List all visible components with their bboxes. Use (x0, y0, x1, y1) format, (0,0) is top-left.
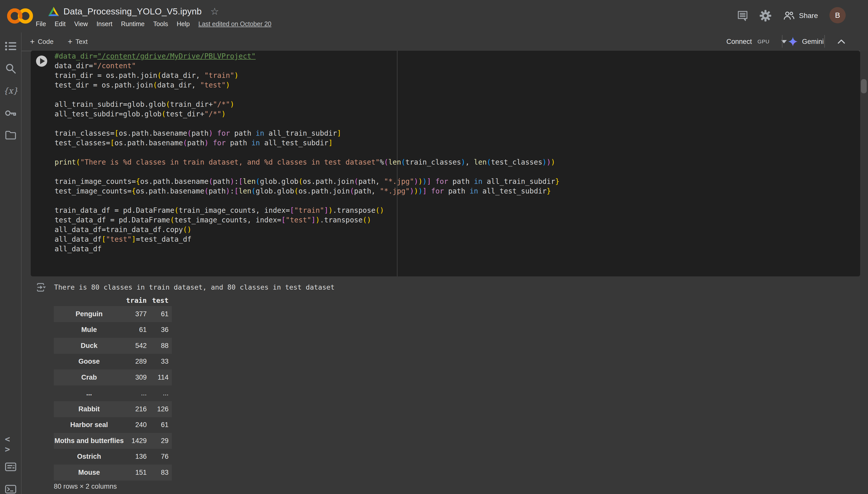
code-line[interactable] (55, 119, 559, 129)
row-index-label: Rabbit (54, 405, 124, 413)
test-value: 36 (147, 326, 168, 334)
code-line[interactable]: data_dir="/content" (55, 61, 559, 71)
plus-icon: + (68, 38, 73, 46)
gemini-sparkle-icon (788, 37, 798, 47)
table-row: Penguin37761 (54, 306, 172, 322)
table-row: ......... (54, 385, 172, 401)
row-index-label: ... (54, 389, 124, 397)
test-value: 126 (147, 405, 168, 413)
menu-edit[interactable]: Edit (55, 20, 66, 27)
left-sidebar: {x} < > (0, 33, 22, 494)
code-line[interactable]: all_data_df=train_data_df.copy() (55, 225, 559, 234)
connect-button[interactable]: Connect GPU (726, 33, 787, 51)
dataframe-footer: 80 rows × 2 columns (54, 482, 117, 491)
add-text-label: Text (76, 38, 88, 46)
code-line[interactable]: #data_dir="/content/gdrive/MyDrive/PBLVP… (55, 52, 559, 61)
app-header: Data_Processing_YOLO_V5.ipynb ☆ FileEdit… (0, 0, 868, 33)
train-value: 216 (124, 405, 147, 413)
code-line[interactable]: test_image_counts={os.path.basename(path… (55, 186, 559, 196)
toolbar-divider (824, 35, 825, 48)
menu-tools[interactable]: Tools (153, 20, 168, 27)
code-line[interactable]: train_data_df = pd.DataFrame(train_image… (55, 206, 559, 215)
menu-runtime[interactable]: Runtime (121, 20, 145, 27)
last-edited-link[interactable]: Last edited on October 20 (199, 20, 272, 27)
share-button[interactable]: Share (783, 8, 818, 23)
code-line[interactable] (55, 148, 559, 157)
column-header-train: train (124, 297, 147, 304)
colab-logo[interactable] (7, 5, 34, 26)
code-line[interactable]: print("There is %d classes in train data… (55, 157, 559, 167)
collapse-toolbar-button[interactable] (832, 33, 850, 51)
code-line[interactable]: train_dir = os.path.join(data_dir, "trai… (55, 71, 559, 80)
code-line[interactable]: all_train_subdir=glob.glob(train_dir+"/*… (55, 100, 559, 109)
run-cell-button[interactable] (36, 56, 47, 67)
code-line[interactable]: train_classes=[os.path.basename(path) fo… (55, 129, 559, 138)
train-value: 136 (124, 453, 147, 460)
code-line[interactable] (55, 196, 559, 206)
code-line[interactable]: train_image_counts={os.path.basename(pat… (55, 177, 559, 186)
test-value: 61 (147, 310, 168, 318)
add-text-button[interactable]: + Text (68, 38, 88, 46)
avatar[interactable]: B (829, 7, 846, 23)
menu-file[interactable]: File (36, 20, 46, 27)
train-value: 61 (124, 326, 147, 334)
code-line[interactable]: test_data_df = pd.DataFrame(test_image_c… (55, 215, 559, 225)
menu-view[interactable]: View (74, 20, 88, 27)
menu-help[interactable]: Help (177, 20, 190, 27)
test-value: ... (147, 389, 168, 397)
test-value: 76 (147, 453, 168, 460)
notebook-title-row: Data_Processing_YOLO_V5.ipynb ☆ (48, 4, 219, 19)
add-code-button[interactable]: + Code (30, 38, 54, 46)
code-cell[interactable]: #data_dir="/content/gdrive/MyDrive/PBLVP… (31, 51, 860, 277)
row-index-label: Moths and butterflies (54, 437, 124, 445)
code-snippets-icon[interactable]: < > (5, 438, 17, 450)
avatar-initial: B (835, 11, 840, 20)
code-line[interactable]: all_data_df["test"]=test_data_df (55, 234, 559, 244)
search-icon[interactable] (5, 63, 17, 74)
gemini-button[interactable]: Gemini (788, 33, 824, 51)
table-row: Ostrich13676 (54, 449, 172, 465)
scrollbar-thumb[interactable] (861, 79, 867, 93)
test-value: 114 (147, 374, 168, 381)
drive-icon (48, 6, 59, 17)
stdout-text: There is 80 classes in train dataset, an… (54, 283, 334, 292)
menu-insert[interactable]: Insert (96, 20, 112, 27)
comments-button[interactable] (736, 8, 750, 23)
output-icon[interactable] (36, 282, 47, 292)
play-icon (40, 58, 45, 64)
files-folder-icon[interactable] (5, 129, 17, 141)
chevron-up-icon (837, 39, 845, 44)
terminal-icon[interactable] (5, 483, 17, 494)
dataframe-header-row: train test (54, 294, 172, 306)
code-line[interactable]: all_test_subdir=glob.glob(test_dir+"/*") (55, 109, 559, 119)
secrets-key-icon[interactable] (5, 107, 17, 119)
code-editor[interactable]: #data_dir="/content/gdrive/MyDrive/PBLVP… (55, 52, 559, 254)
command-palette-icon[interactable] (5, 461, 17, 473)
table-of-contents-icon[interactable] (5, 40, 17, 52)
connect-label: Connect (726, 38, 752, 46)
row-index-label: Duck (54, 342, 124, 350)
notebook-title[interactable]: Data_Processing_YOLO_V5.ipynb (63, 6, 202, 17)
table-row: Rabbit216126 (54, 401, 172, 417)
row-index-label: Harbor seal (54, 421, 124, 429)
variables-icon[interactable]: {x} (5, 85, 17, 97)
star-icon[interactable]: ☆ (210, 6, 219, 16)
share-label: Share (799, 12, 818, 20)
code-line[interactable] (55, 90, 559, 100)
settings-button[interactable] (758, 8, 773, 23)
test-value: 61 (147, 421, 168, 429)
code-line[interactable]: all_data_df (55, 244, 559, 254)
column-header-test: test (147, 297, 168, 304)
toolbar-divider (782, 35, 782, 48)
code-line[interactable]: test_dir = os.path.join(data_dir, "test"… (55, 80, 559, 90)
scrollbar-gutter (860, 51, 868, 494)
notebook-toolbar: + Code + Text Connect GPU Gemini (21, 33, 868, 51)
dataframe-table: Penguin37761Mule6136Duck54288Goose28933C… (54, 306, 172, 480)
gemini-label: Gemini (802, 38, 824, 46)
code-line[interactable] (55, 167, 559, 177)
table-row: Moths and butterflies142929 (54, 433, 172, 449)
code-line[interactable]: test_classes=[os.path.basename(path) for… (55, 138, 559, 148)
test-value: 29 (147, 437, 168, 445)
row-index-label: Mule (54, 326, 124, 334)
row-index-label: Penguin (54, 310, 124, 318)
